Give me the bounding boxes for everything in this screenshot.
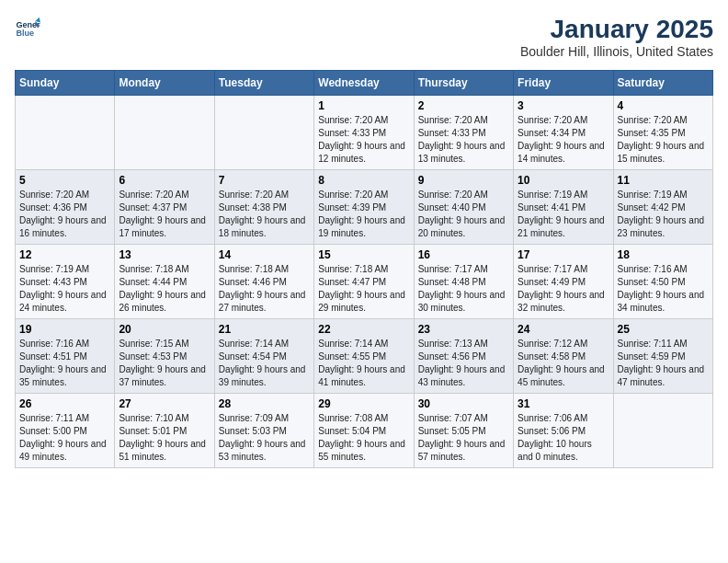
calendar-day-cell: 30Sunrise: 7:07 AM Sunset: 5:05 PM Dayli…	[414, 394, 513, 468]
day-number: 1	[318, 99, 409, 112]
day-number: 3	[518, 99, 609, 112]
day-info: Sunrise: 7:12 AM Sunset: 4:58 PM Dayligh…	[518, 338, 609, 389]
calendar-day-cell: 5Sunrise: 7:20 AM Sunset: 4:36 PM Daylig…	[16, 170, 115, 245]
calendar-day-cell: 16Sunrise: 7:17 AM Sunset: 4:48 PM Dayli…	[414, 245, 513, 319]
day-number: 6	[119, 174, 210, 187]
day-number: 5	[19, 174, 110, 187]
calendar-day-cell: 9Sunrise: 7:20 AM Sunset: 4:40 PM Daylig…	[414, 170, 513, 245]
day-number: 10	[518, 174, 609, 187]
day-info: Sunrise: 7:11 AM Sunset: 4:59 PM Dayligh…	[618, 338, 709, 389]
day-info: Sunrise: 7:20 AM Sunset: 4:38 PM Dayligh…	[219, 189, 310, 240]
day-number: 19	[19, 323, 110, 336]
day-number: 25	[618, 323, 709, 336]
calendar-day-cell: 19Sunrise: 7:16 AM Sunset: 4:51 PM Dayli…	[16, 319, 115, 394]
day-info: Sunrise: 7:18 AM Sunset: 4:47 PM Dayligh…	[318, 263, 409, 315]
day-info: Sunrise: 7:18 AM Sunset: 4:44 PM Dayligh…	[119, 263, 210, 315]
day-number: 24	[518, 323, 609, 336]
calendar-day-cell: 25Sunrise: 7:11 AM Sunset: 4:59 PM Dayli…	[613, 319, 712, 394]
day-info: Sunrise: 7:19 AM Sunset: 4:41 PM Dayligh…	[518, 189, 609, 240]
weekday-header: Sunday	[16, 71, 115, 96]
day-number: 18	[618, 248, 709, 261]
day-info: Sunrise: 7:20 AM Sunset: 4:37 PM Dayligh…	[119, 189, 210, 240]
day-number: 31	[518, 397, 609, 410]
calendar-table: SundayMondayTuesdayWednesdayThursdayFrid…	[15, 70, 713, 468]
day-number: 2	[418, 99, 509, 112]
calendar-day-cell: 8Sunrise: 7:20 AM Sunset: 4:39 PM Daylig…	[314, 170, 414, 245]
day-info: Sunrise: 7:14 AM Sunset: 4:54 PM Dayligh…	[219, 338, 310, 389]
weekday-header: Monday	[115, 71, 214, 96]
calendar-day-cell: 24Sunrise: 7:12 AM Sunset: 4:58 PM Dayli…	[514, 319, 613, 394]
day-number: 16	[418, 248, 509, 261]
calendar-week-row: 1Sunrise: 7:20 AM Sunset: 4:33 PM Daylig…	[16, 96, 713, 170]
calendar-day-cell: 31Sunrise: 7:06 AM Sunset: 5:06 PM Dayli…	[514, 394, 613, 468]
calendar-day-cell: 26Sunrise: 7:11 AM Sunset: 5:00 PM Dayli…	[16, 394, 115, 468]
day-number: 22	[318, 323, 409, 336]
day-number: 11	[618, 174, 709, 187]
day-info: Sunrise: 7:20 AM Sunset: 4:33 PM Dayligh…	[418, 114, 509, 166]
weekday-header: Tuesday	[214, 71, 313, 96]
day-info: Sunrise: 7:17 AM Sunset: 4:48 PM Dayligh…	[418, 263, 509, 315]
calendar-week-row: 5Sunrise: 7:20 AM Sunset: 4:36 PM Daylig…	[16, 170, 713, 245]
day-info: Sunrise: 7:14 AM Sunset: 4:55 PM Dayligh…	[318, 338, 409, 389]
calendar-day-cell: 1Sunrise: 7:20 AM Sunset: 4:33 PM Daylig…	[314, 96, 414, 170]
calendar-week-row: 12Sunrise: 7:19 AM Sunset: 4:43 PM Dayli…	[16, 245, 713, 319]
calendar-day-cell: 13Sunrise: 7:18 AM Sunset: 4:44 PM Dayli…	[115, 245, 214, 319]
day-number: 7	[219, 174, 310, 187]
day-number: 30	[418, 397, 509, 410]
day-info: Sunrise: 7:20 AM Sunset: 4:33 PM Dayligh…	[318, 114, 409, 166]
svg-text:Blue: Blue	[16, 29, 34, 38]
calendar-day-cell: 4Sunrise: 7:20 AM Sunset: 4:35 PM Daylig…	[613, 96, 712, 170]
calendar-day-cell: 18Sunrise: 7:16 AM Sunset: 4:50 PM Dayli…	[613, 245, 712, 319]
calendar-day-cell: 29Sunrise: 7:08 AM Sunset: 5:04 PM Dayli…	[314, 394, 414, 468]
calendar-day-cell: 22Sunrise: 7:14 AM Sunset: 4:55 PM Dayli…	[314, 319, 414, 394]
day-number: 26	[19, 397, 110, 410]
header: General Blue January 2025 Boulder Hill, …	[15, 15, 713, 59]
calendar-day-cell: 10Sunrise: 7:19 AM Sunset: 4:41 PM Dayli…	[514, 170, 613, 245]
day-number: 21	[219, 323, 310, 336]
calendar-day-cell: 17Sunrise: 7:17 AM Sunset: 4:49 PM Dayli…	[514, 245, 613, 319]
calendar-header: SundayMondayTuesdayWednesdayThursdayFrid…	[16, 71, 713, 96]
day-number: 23	[418, 323, 509, 336]
calendar-day-cell	[16, 96, 115, 170]
calendar-day-cell	[214, 96, 313, 170]
weekday-header: Thursday	[414, 71, 513, 96]
title-block: January 2025 Boulder Hill, Illinois, Uni…	[520, 15, 713, 59]
day-number: 8	[318, 174, 409, 187]
day-info: Sunrise: 7:17 AM Sunset: 4:49 PM Dayligh…	[518, 263, 609, 315]
day-info: Sunrise: 7:10 AM Sunset: 5:01 PM Dayligh…	[119, 412, 210, 464]
day-info: Sunrise: 7:06 AM Sunset: 5:06 PM Dayligh…	[518, 412, 609, 464]
day-info: Sunrise: 7:08 AM Sunset: 5:04 PM Dayligh…	[318, 412, 409, 464]
calendar-day-cell: 27Sunrise: 7:10 AM Sunset: 5:01 PM Dayli…	[115, 394, 214, 468]
day-info: Sunrise: 7:20 AM Sunset: 4:40 PM Dayligh…	[418, 189, 509, 240]
calendar-day-cell: 20Sunrise: 7:15 AM Sunset: 4:53 PM Dayli…	[115, 319, 214, 394]
calendar-week-row: 19Sunrise: 7:16 AM Sunset: 4:51 PM Dayli…	[16, 319, 713, 394]
day-info: Sunrise: 7:20 AM Sunset: 4:34 PM Dayligh…	[518, 114, 609, 166]
weekday-header: Friday	[514, 71, 613, 96]
day-number: 27	[119, 397, 210, 410]
day-info: Sunrise: 7:19 AM Sunset: 4:43 PM Dayligh…	[19, 263, 110, 315]
day-info: Sunrise: 7:20 AM Sunset: 4:39 PM Dayligh…	[318, 189, 409, 240]
calendar-day-cell: 23Sunrise: 7:13 AM Sunset: 4:56 PM Dayli…	[414, 319, 513, 394]
day-number: 20	[119, 323, 210, 336]
calendar-day-cell: 7Sunrise: 7:20 AM Sunset: 4:38 PM Daylig…	[214, 170, 313, 245]
day-info: Sunrise: 7:15 AM Sunset: 4:53 PM Dayligh…	[119, 338, 210, 389]
day-info: Sunrise: 7:11 AM Sunset: 5:00 PM Dayligh…	[19, 412, 110, 464]
calendar-day-cell: 14Sunrise: 7:18 AM Sunset: 4:46 PM Dayli…	[214, 245, 313, 319]
calendar-day-cell: 12Sunrise: 7:19 AM Sunset: 4:43 PM Dayli…	[16, 245, 115, 319]
calendar-day-cell: 21Sunrise: 7:14 AM Sunset: 4:54 PM Dayli…	[214, 319, 313, 394]
day-number: 17	[518, 248, 609, 261]
calendar-day-cell: 3Sunrise: 7:20 AM Sunset: 4:34 PM Daylig…	[514, 96, 613, 170]
calendar-week-row: 26Sunrise: 7:11 AM Sunset: 5:00 PM Dayli…	[16, 394, 713, 468]
weekday-header: Saturday	[613, 71, 712, 96]
day-info: Sunrise: 7:20 AM Sunset: 4:35 PM Dayligh…	[618, 114, 709, 166]
day-info: Sunrise: 7:16 AM Sunset: 4:51 PM Dayligh…	[19, 338, 110, 389]
logo-icon: General Blue	[15, 15, 40, 40]
calendar-body: 1Sunrise: 7:20 AM Sunset: 4:33 PM Daylig…	[16, 96, 713, 468]
day-info: Sunrise: 7:20 AM Sunset: 4:36 PM Dayligh…	[19, 189, 110, 240]
day-info: Sunrise: 7:07 AM Sunset: 5:05 PM Dayligh…	[418, 412, 509, 464]
day-number: 28	[219, 397, 310, 410]
weekday-header: Wednesday	[314, 71, 414, 96]
logo: General Blue	[15, 15, 40, 40]
calendar-day-cell: 6Sunrise: 7:20 AM Sunset: 4:37 PM Daylig…	[115, 170, 214, 245]
day-number: 15	[318, 248, 409, 261]
